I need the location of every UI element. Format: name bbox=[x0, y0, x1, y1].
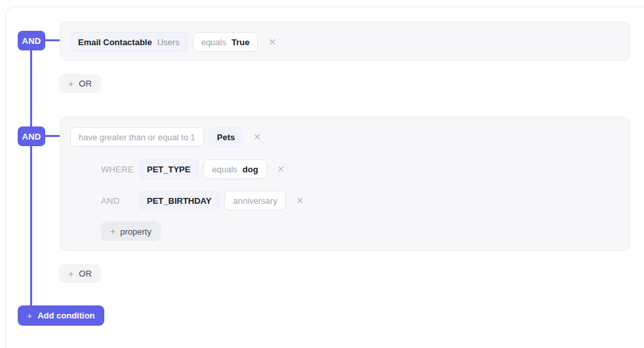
add-property-label: property bbox=[120, 227, 151, 237]
property-entity: Users bbox=[157, 37, 180, 47]
filter-property-chip[interactable]: PET_BIRTHDAY bbox=[139, 191, 219, 210]
plus-icon: + bbox=[68, 79, 73, 89]
entity-chip-pets[interactable]: Pets bbox=[209, 127, 243, 147]
plus-icon: + bbox=[110, 226, 115, 237]
and-operator-badge-1[interactable]: AND bbox=[18, 31, 45, 50]
segment-condition-builder: AND AND Email Contactable Users equals T… bbox=[0, 0, 644, 348]
filter-connector-label: WHERE bbox=[101, 164, 134, 174]
operator-label: equals bbox=[201, 37, 226, 47]
or-button-label: OR bbox=[79, 269, 92, 279]
and-operator-badge-2[interactable]: AND bbox=[18, 126, 45, 146]
filter-connector-label: AND bbox=[101, 196, 134, 206]
operator-value-chip[interactable]: equals True bbox=[193, 32, 258, 52]
filter-value-select[interactable]: anniversary bbox=[224, 191, 285, 210]
plus-icon: + bbox=[27, 311, 32, 321]
condition-row-quantifier: have greater than or equal to 1 Pets ✕ bbox=[70, 127, 261, 147]
remove-filter-icon[interactable]: ✕ bbox=[277, 164, 285, 174]
or-button-group-2[interactable]: + OR bbox=[59, 264, 101, 283]
filter-operator-label: equals bbox=[212, 164, 237, 174]
add-condition-label: Add condition bbox=[37, 311, 94, 320]
filter-row-pet-type: WHERE PET_TYPE equals dog ✕ bbox=[101, 159, 285, 179]
filter-value-label: dog bbox=[243, 164, 258, 174]
add-condition-button[interactable]: + Add condition bbox=[18, 305, 104, 326]
quantifier-select[interactable]: have greater than or equal to 1 bbox=[70, 127, 204, 147]
remove-filter-icon[interactable]: ✕ bbox=[296, 196, 304, 205]
or-button-label: OR bbox=[79, 79, 92, 88]
add-property-button[interactable]: + property bbox=[101, 222, 161, 241]
condition-card-pets: have greater than or equal to 1 Pets ✕ W… bbox=[60, 117, 630, 251]
remove-condition-icon[interactable]: ✕ bbox=[268, 37, 276, 47]
property-chip-email-contactable[interactable]: Email Contactable Users bbox=[70, 32, 188, 52]
value-label: True bbox=[231, 37, 249, 47]
and-connector-line-1 bbox=[45, 39, 60, 41]
or-button-group-1[interactable]: + OR bbox=[59, 74, 101, 93]
filter-property-name: PET_TYPE bbox=[147, 164, 190, 174]
filter-operator-value-chip[interactable]: equals dog bbox=[203, 159, 266, 179]
property-name: Email Contactable bbox=[78, 37, 152, 47]
filter-row-pet-birthday: AND PET_BIRTHDAY anniversary ✕ bbox=[101, 191, 304, 210]
plus-icon: + bbox=[68, 269, 73, 279]
entity-name: Pets bbox=[217, 132, 235, 142]
filter-value-placeholder: anniversary bbox=[233, 196, 277, 206]
quantifier-placeholder: have greater than or equal to 1 bbox=[79, 132, 195, 142]
and-connector-line-2 bbox=[45, 135, 60, 137]
filter-property-chip[interactable]: PET_TYPE bbox=[139, 159, 198, 179]
remove-condition-icon[interactable]: ✕ bbox=[253, 132, 261, 142]
group-connector-line bbox=[30, 50, 32, 305]
condition-row: Email Contactable Users equals True ✕ bbox=[70, 32, 276, 52]
condition-card-email-contactable: Email Contactable Users equals True ✕ bbox=[60, 22, 630, 61]
filter-property-name: PET_BIRTHDAY bbox=[147, 196, 211, 206]
